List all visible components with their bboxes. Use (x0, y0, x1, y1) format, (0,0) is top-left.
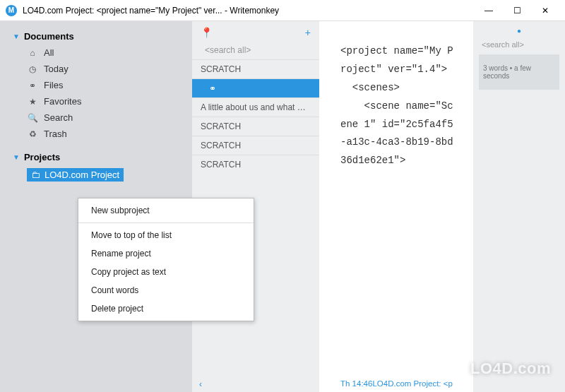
chevron-down-icon: ▼ (13, 32, 20, 40)
close-button[interactable]: ✕ (531, 1, 559, 20)
add-button[interactable]: + (305, 27, 311, 38)
ctx-rename[interactable]: Rename project (78, 244, 254, 263)
list-item[interactable]: SCRATCH (192, 117, 319, 136)
info-search-input[interactable]: <search all> (479, 35, 559, 54)
list-item[interactable]: SCRATCH (192, 155, 319, 174)
sidebar-section-projects[interactable]: ▼ Projects (0, 149, 192, 165)
info-panel: ● <search all> 3 words • a few seconds (473, 21, 565, 392)
ctx-new-subproject[interactable]: New subproject (78, 201, 254, 220)
sidebar-item-search[interactable]: 🔍 Search (0, 109, 192, 126)
sidebar-item-label: Trash (44, 129, 67, 139)
context-menu: New subproject Move to top of the list R… (78, 198, 254, 321)
separator (78, 222, 254, 223)
marker-dot-icon[interactable]: ● (479, 27, 559, 35)
minimize-button[interactable]: — (475, 1, 503, 20)
link-icon: ⚭ (27, 81, 38, 90)
sidebar-item-label: Files (44, 80, 63, 90)
sidebar-item-all[interactable]: ⌂ All (0, 44, 192, 61)
app-icon: M (6, 5, 17, 16)
sidebar-item-today[interactable]: ◷ Today (0, 61, 192, 77)
list-item[interactable]: SCRATCH (192, 59, 319, 78)
sidebar-item-label: Favorites (44, 96, 81, 107)
titlebar: M LO4D.com Project: <project name="My Pr… (0, 0, 565, 21)
editor-content[interactable]: <project name="My Project" ver="1.4"> <s… (340, 42, 459, 376)
star-icon: ★ (27, 97, 38, 107)
info-stats: 3 words • a few seconds (479, 54, 559, 90)
ctx-copy-text[interactable]: Copy project as text (78, 263, 254, 281)
list-item[interactable]: A little about us and what we … (192, 97, 319, 117)
search-icon: 🔍 (27, 113, 38, 123)
section-label: Documents (24, 31, 74, 42)
editor-footer-status: Th 14:46LO4D.com Project: <p (340, 376, 459, 388)
ctx-count-words[interactable]: Count words (78, 281, 254, 299)
list-header: 📍 + (192, 27, 319, 41)
window-title: LO4D.com Project: <project name="My Proj… (23, 6, 475, 16)
window-controls: — ☐ ✕ (475, 1, 559, 20)
editor-panel: <project name="My Project" ver="1.4"> <s… (319, 21, 473, 392)
list-footer-back[interactable]: ‹ (192, 376, 319, 392)
ctx-move-top[interactable]: Move to top of the list (78, 226, 254, 244)
recycle-icon: ♻ (27, 129, 38, 139)
sidebar-item-favorites[interactable]: ★ Favorites (0, 93, 192, 109)
home-icon: ⌂ (27, 48, 38, 58)
list-item-selected[interactable]: ⚭ (192, 78, 319, 97)
sidebar-section-documents[interactable]: ▼ Documents (0, 28, 192, 44)
maximize-button[interactable]: ☐ (503, 1, 531, 20)
sidebar-item-label: Today (44, 64, 69, 74)
project-item-lo4d[interactable]: 🗀 LO4D.com Project (27, 168, 124, 182)
chevron-down-icon: ▼ (13, 153, 20, 161)
project-item-label: LO4D.com Project (44, 170, 119, 180)
ctx-delete[interactable]: Delete project (78, 299, 254, 318)
sidebar-item-trash[interactable]: ♻ Trash (0, 126, 192, 142)
folder-icon: 🗀 (31, 170, 40, 180)
sidebar-item-label: Search (44, 112, 73, 123)
section-label: Projects (24, 152, 60, 162)
pin-icon[interactable]: 📍 (201, 27, 213, 38)
sidebar-item-label: All (44, 47, 54, 58)
list-item[interactable]: SCRATCH (192, 136, 319, 155)
sidebar-item-files[interactable]: ⚭ Files (0, 77, 192, 93)
list-search-input[interactable]: <search all> (192, 41, 319, 59)
clock-icon: ◷ (27, 64, 38, 74)
